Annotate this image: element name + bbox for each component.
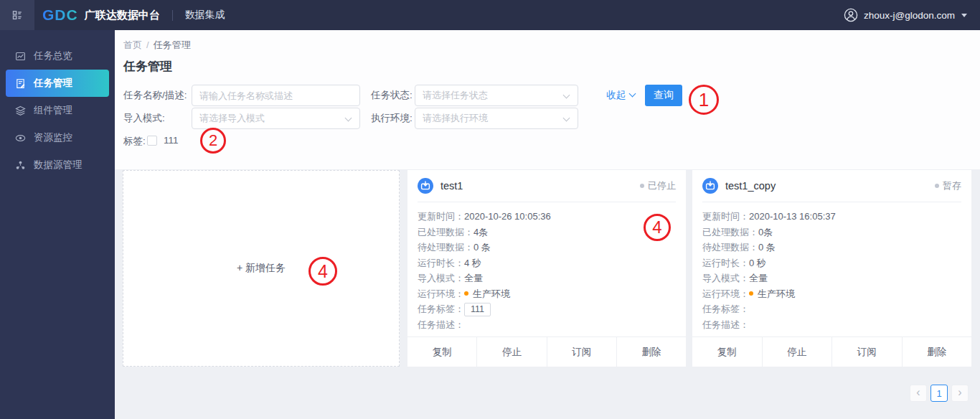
app-root: GDC 广联达数据中台 数据集成 zhoux-j@glodon.com 任务总览 xyxy=(0,0,980,419)
status-dot-icon xyxy=(935,184,939,188)
task-status-text: 已停止 xyxy=(648,179,676,192)
card-field-row: 导入模式：全量 xyxy=(702,270,961,286)
query-button[interactable]: 查询 xyxy=(645,85,682,106)
task-name[interactable]: test1 xyxy=(440,180,463,192)
topbar-divider xyxy=(172,10,173,21)
card-field-row: 运行环境：生产环境 xyxy=(418,286,676,302)
field-value: 0 条 xyxy=(473,242,491,253)
exec-env-placeholder: 请选择执行环境 xyxy=(423,113,488,123)
copy-action-button[interactable]: 复制 xyxy=(692,337,762,367)
add-task-card[interactable]: + 新增任务 xyxy=(123,170,400,367)
field-label: 更新时间： xyxy=(418,211,464,222)
field-value: 0 条 xyxy=(758,242,776,253)
sidebar-item-task-manage[interactable]: 任务管理 xyxy=(6,70,109,97)
task-card-footer: 复制停止订阅删除 xyxy=(407,336,686,367)
task-name-label: 任务名称/描述: xyxy=(123,85,187,106)
exec-env-select[interactable]: 请选择执行环境 xyxy=(415,108,578,129)
annotation-circle-2: 2 xyxy=(200,128,226,154)
collapse-menu-icon xyxy=(11,9,23,21)
delete-action-button[interactable]: 删除 xyxy=(902,337,972,367)
status-dot-icon xyxy=(640,184,644,188)
sidebar-item-label: 组件管理 xyxy=(34,104,72,117)
add-task-label: + 新增任务 xyxy=(237,262,286,275)
import-mode-label: 导入模式: xyxy=(123,108,165,129)
pagination: ‹ 1 › xyxy=(910,385,969,402)
user-menu[interactable]: zhoux-j@glodon.com xyxy=(844,8,967,22)
card-field-row: 任务描述： xyxy=(418,317,676,333)
card-field-row: 已处理数据：4条 xyxy=(418,225,676,240)
task-status-badge: 暂存 xyxy=(935,179,961,192)
collapse-filters-label: 收起 xyxy=(606,90,626,100)
module-tab-data-integration[interactable]: 数据集成 xyxy=(185,9,225,22)
sidebar-item-task-overview[interactable]: 任务总览 xyxy=(0,42,115,70)
sidebar-item-datasource[interactable]: 数据源管理 xyxy=(0,151,115,179)
card-field-row: 导入模式：全量 xyxy=(418,270,676,286)
task-status-label: 任务状态: xyxy=(371,85,413,106)
card-field-row: 任务描述： xyxy=(702,317,961,333)
field-value: 0 秒 xyxy=(749,258,766,268)
sidebar-item-label: 任务总览 xyxy=(34,50,72,62)
task-status-text: 暂存 xyxy=(943,179,961,192)
sidebar-item-label: 资源监控 xyxy=(34,131,72,144)
product-title: 广联达数据中台 xyxy=(85,9,160,22)
import-mode-select[interactable]: 请选择导入模式 xyxy=(192,108,360,129)
task-card-test1-copy: test1_copy 暂存 更新时间：2020-10-13 16:05:37已处… xyxy=(692,170,971,367)
stop-action-button[interactable]: 停止 xyxy=(762,337,832,367)
card-field-row: 已处理数据：0条 xyxy=(702,225,961,240)
field-label: 运行环境： xyxy=(418,288,464,299)
field-label: 任务描述： xyxy=(702,319,749,330)
field-value: 生产环境 xyxy=(758,288,795,299)
field-label: 运行时长： xyxy=(418,258,464,268)
card-field-row: 运行时长：0 秒 xyxy=(702,255,961,271)
breadcrumb-separator: / xyxy=(146,39,149,50)
sidebar-item-label: 任务管理 xyxy=(34,77,72,90)
import-task-icon xyxy=(702,178,718,194)
field-label: 任务标签： xyxy=(418,303,464,314)
chevron-down-icon xyxy=(563,115,570,122)
task-name[interactable]: test1_copy xyxy=(725,180,776,192)
pagination-next-button[interactable]: › xyxy=(951,385,969,402)
field-value: 0条 xyxy=(758,227,773,237)
copy-action-button[interactable]: 复制 xyxy=(407,337,476,367)
sidebar-item-components[interactable]: 组件管理 xyxy=(0,97,115,124)
annotation-circle-4: 4 xyxy=(644,214,671,241)
pagination-prev-button[interactable]: ‹ xyxy=(910,385,927,402)
sidebar-collapse-button[interactable] xyxy=(0,0,34,30)
field-value: 2020-10-13 16:05:37 xyxy=(749,211,836,222)
exec-env-label: 执行环境: xyxy=(371,108,413,129)
field-value: 4条 xyxy=(473,227,488,237)
card-field-row: 运行环境：生产环境 xyxy=(702,286,961,302)
delete-action-button[interactable]: 删除 xyxy=(616,337,686,367)
field-label: 运行环境： xyxy=(702,288,749,299)
collapse-filters-link[interactable]: 收起 xyxy=(606,85,635,106)
field-label: 任务标签： xyxy=(702,303,749,314)
card-field-row: 任务标签： xyxy=(702,301,961,317)
pagination-page-1[interactable]: 1 xyxy=(930,385,948,402)
card-field-row: 待处理数据：0 条 xyxy=(418,240,676,255)
chevron-down-icon xyxy=(629,90,636,98)
components-icon xyxy=(15,105,26,116)
task-card-test1: test1 已停止 更新时间：2020-10-26 10:05:36已处理数据：… xyxy=(407,170,686,367)
user-avatar-icon xyxy=(844,8,858,22)
breadcrumb-home[interactable]: 首页 xyxy=(123,39,142,50)
breadcrumb-current: 任务管理 xyxy=(154,39,191,50)
overview-icon xyxy=(15,51,26,62)
breadcrumb: 首页/任务管理 xyxy=(123,39,191,52)
sidebar-item-label: 数据源管理 xyxy=(34,159,83,171)
datasource-icon xyxy=(15,160,26,171)
main-content: 首页/任务管理 任务管理 任务名称/描述: 任务状态: 请选择任务状态 收起 查… xyxy=(115,30,980,419)
stop-action-button[interactable]: 停止 xyxy=(476,337,546,367)
task-name-input[interactable] xyxy=(192,85,360,106)
subscribe-action-button[interactable]: 订阅 xyxy=(547,337,616,367)
subscribe-action-button[interactable]: 订阅 xyxy=(831,337,902,367)
sidebar-item-resource-monitor[interactable]: 资源监控 xyxy=(0,124,115,151)
field-value: 全量 xyxy=(464,273,483,283)
task-status-select[interactable]: 请选择任务状态 xyxy=(415,85,578,106)
chevron-down-icon xyxy=(961,14,967,17)
field-value: 2020-10-26 10:05:36 xyxy=(464,211,551,222)
task-card-header: test1 已停止 xyxy=(407,170,686,202)
gdc-logo: GDC xyxy=(42,6,78,24)
tag-111-checkbox[interactable] xyxy=(147,136,157,146)
field-value: 生产环境 xyxy=(473,288,510,299)
card-field-row: 任务标签：111 xyxy=(418,301,676,317)
